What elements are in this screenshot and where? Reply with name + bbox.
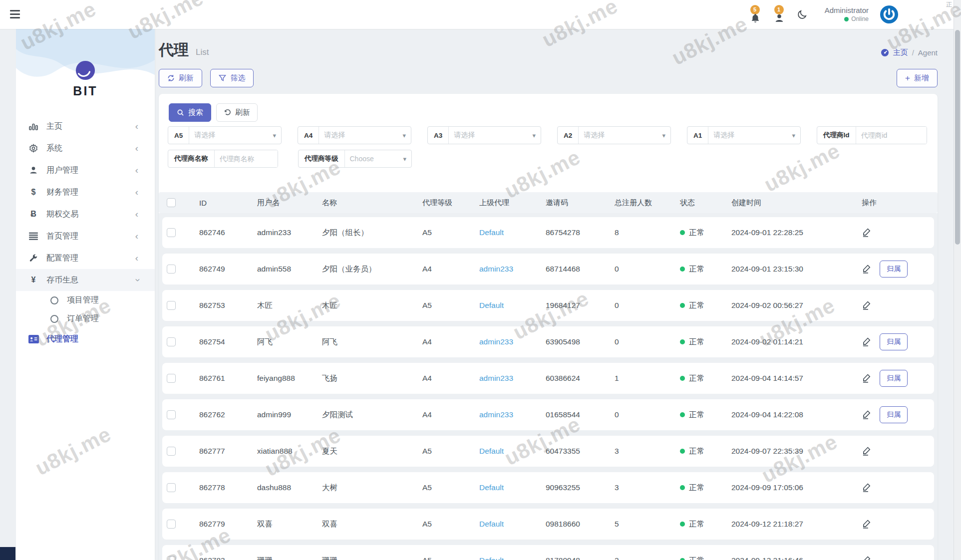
edit-icon[interactable] [862, 373, 873, 384]
sidebar-item-home[interactable]: 主页‹ [16, 115, 155, 137]
cell-parent[interactable]: Default [479, 556, 546, 560]
cell-parent[interactable]: Default [479, 483, 546, 492]
sidebar-item-homepage[interactable]: 首页管理‹ [16, 225, 155, 247]
filter-label: A1 [687, 127, 708, 144]
menu-toggle-icon[interactable] [10, 10, 20, 18]
cell-parent[interactable]: admin233 [479, 265, 546, 274]
filter-a2-select[interactable]: 请选择▾ [579, 127, 670, 144]
cell-username: 双喜 [257, 519, 322, 530]
sidebar-item-projects[interactable]: 项目管理 [16, 291, 155, 309]
assign-button[interactable]: 归属 [880, 370, 908, 387]
filter-agent-id-input[interactable] [856, 127, 927, 144]
refresh-button[interactable]: 刷新 [159, 69, 202, 87]
sidebar-item-agents[interactable]: 代理管理 [16, 328, 155, 350]
cell-created-at: 2024-09-01 23:15:30 [731, 265, 862, 274]
cell-id: 862746 [199, 228, 257, 237]
row-checkbox[interactable] [167, 228, 176, 237]
cell-operations: 归属 [862, 370, 934, 387]
circle-icon [49, 296, 60, 304]
cell-invite-code: 81780948 [546, 556, 615, 560]
sidebar-item-orders[interactable]: 订单管理 [16, 309, 155, 328]
reset-button[interactable]: 刷新 [216, 103, 258, 122]
cell-created-at: 2024-09-01 22:28:25 [731, 228, 862, 237]
assign-button[interactable]: 归属 [880, 406, 908, 423]
sidebar-item-users[interactable]: 用户管理‹ [16, 159, 155, 181]
cell-id: 862761 [199, 374, 257, 383]
chevron-left-icon: ‹ [135, 165, 138, 176]
cell-name: 飞扬 [322, 373, 422, 384]
vertical-scrollbar[interactable] [954, 0, 961, 560]
cell-parent[interactable]: admin233 [479, 410, 546, 419]
select-all-checkbox[interactable] [167, 198, 176, 207]
row-checkbox[interactable] [167, 301, 176, 310]
breadcrumb-home-link[interactable]: 主页 [893, 48, 908, 57]
cell-created-at: 2024-09-13 21:16:46 [731, 556, 862, 560]
main-content: 代理List 主页 / Agent 刷新 筛选 + 新增 搜索 [155, 29, 961, 560]
cell-parent[interactable]: admin233 [479, 337, 546, 346]
row-checkbox[interactable] [167, 520, 176, 529]
filter-a1-select[interactable]: 请选择▾ [708, 127, 800, 144]
filter-agent-name-input[interactable] [215, 150, 278, 167]
assign-button[interactable]: 归属 [880, 261, 908, 278]
cell-status: 正常 [680, 300, 731, 311]
assign-button[interactable]: 归属 [880, 333, 908, 350]
filter-a5-select[interactable]: 请选择▾ [189, 127, 281, 144]
edit-icon[interactable] [862, 409, 873, 420]
row-checkbox[interactable] [167, 447, 176, 456]
scrollbar-thumb[interactable] [955, 30, 960, 245]
table-row: 862783珊珊珊珊A5Default817809482正常2024-09-13… [162, 545, 934, 560]
sidebar-item-finance[interactable]: $财务管理‹ [16, 181, 155, 203]
row-checkbox[interactable] [167, 483, 176, 492]
idcard-icon [28, 335, 39, 343]
filter-agent-id: 代理商Id [817, 126, 927, 144]
sidebar-item-deposit[interactable]: ¥存币生息‹ [16, 269, 155, 291]
edit-icon[interactable] [862, 264, 873, 275]
sidebar-item-options[interactable]: Ƀ期权交易‹ [16, 203, 155, 225]
cell-parent[interactable]: Default [479, 520, 546, 529]
filter-label: A4 [298, 127, 319, 144]
search-button[interactable]: 搜索 [169, 103, 211, 122]
edit-icon[interactable] [862, 555, 873, 560]
dark-mode-toggle-icon[interactable] [797, 9, 808, 20]
cell-parent[interactable]: Default [479, 228, 546, 237]
col-header: 创建时间 [731, 198, 862, 208]
filter-a4-select[interactable]: 请选择▾ [319, 127, 411, 144]
cell-invite-code: 86754278 [546, 228, 615, 237]
filter-button[interactable]: 筛选 [210, 69, 254, 87]
user-notification-icon[interactable]: 1 [773, 6, 786, 23]
notification-bell-icon[interactable]: 5 [749, 6, 762, 23]
chevron-down-icon: ▾ [662, 132, 665, 139]
cell-total-registered: 0 [615, 410, 680, 419]
wrench-icon [28, 254, 39, 263]
cell-operations [862, 519, 934, 530]
cell-operations [862, 227, 934, 238]
edit-icon[interactable] [862, 336, 873, 347]
cell-name: 夕阳测试 [322, 410, 422, 420]
edit-icon[interactable] [862, 446, 873, 457]
sidebar-item-label: 首页管理 [46, 231, 78, 242]
filter-agent-level-select[interactable]: Choose▾ [345, 150, 412, 167]
row-checkbox[interactable] [167, 337, 176, 346]
cell-id: 862762 [199, 410, 257, 419]
avatar[interactable] [880, 5, 899, 24]
edit-icon[interactable] [862, 227, 873, 238]
cell-parent[interactable]: Default [479, 447, 546, 456]
sidebar-item-config[interactable]: 配置管理‹ [16, 247, 155, 269]
cell-created-at: 2024-09-04 14:14:57 [731, 374, 862, 383]
edit-icon[interactable] [862, 300, 873, 311]
sidebar-item-system[interactable]: 系统‹ [16, 137, 155, 159]
filter-a3-select[interactable]: 请选择▾ [449, 127, 541, 144]
sidebar: BIT 主页‹系统‹用户管理‹$财务管理‹Ƀ期权交易‹首页管理‹配置管理‹¥存币… [16, 29, 155, 560]
row-checkbox[interactable] [167, 265, 176, 274]
row-checkbox[interactable] [167, 410, 176, 419]
row-checkbox[interactable] [167, 374, 176, 383]
status-dot [680, 522, 685, 527]
cell-parent[interactable]: Default [479, 301, 546, 310]
edit-icon[interactable] [862, 482, 873, 493]
status-label: 正常 [689, 483, 704, 493]
cell-parent[interactable]: admin233 [479, 374, 546, 383]
col-header: ID [199, 199, 257, 207]
row-checkbox[interactable] [167, 556, 176, 560]
add-button[interactable]: + 新增 [897, 69, 938, 87]
edit-icon[interactable] [862, 519, 873, 530]
